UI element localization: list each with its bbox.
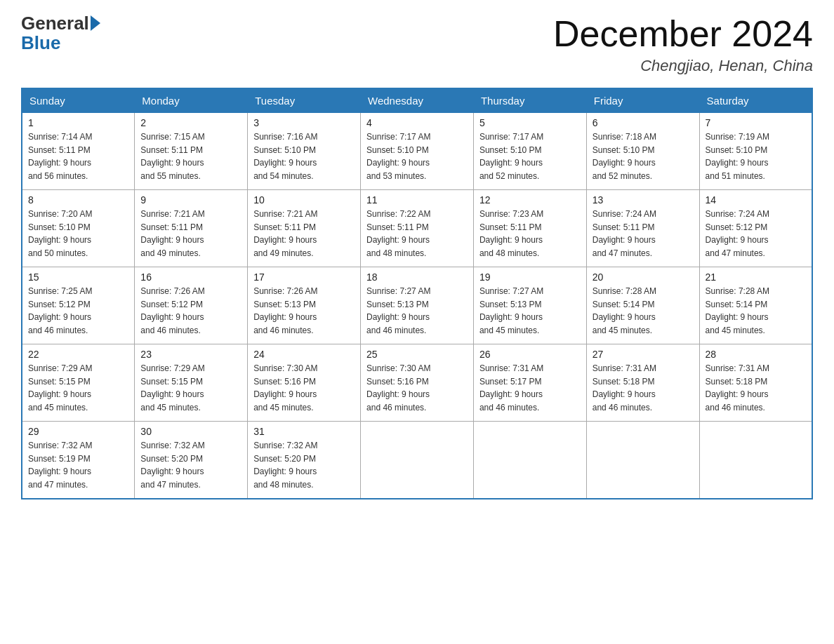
- calendar-body: 1Sunrise: 7:14 AMSunset: 5:11 PMDaylight…: [22, 113, 812, 499]
- header-tuesday: Tuesday: [248, 88, 361, 113]
- day-cell: 28Sunrise: 7:31 AMSunset: 5:18 PMDayligh…: [699, 344, 812, 422]
- day-info: Sunrise: 7:23 AMSunset: 5:11 PMDaylight:…: [479, 208, 581, 260]
- day-number: 19: [479, 271, 581, 283]
- day-cell: [473, 422, 586, 499]
- day-number: 4: [366, 117, 468, 128]
- day-number: 31: [253, 426, 355, 437]
- day-info: Sunrise: 7:21 AMSunset: 5:11 PMDaylight:…: [140, 208, 241, 260]
- day-cell: 3Sunrise: 7:16 AMSunset: 5:10 PMDaylight…: [248, 113, 361, 190]
- day-number: 28: [706, 349, 806, 360]
- logo-arrow-icon: [91, 15, 100, 31]
- day-info: Sunrise: 7:28 AMSunset: 5:14 PMDaylight:…: [706, 285, 806, 337]
- day-cell: 25Sunrise: 7:30 AMSunset: 5:16 PMDayligh…: [361, 344, 474, 422]
- day-info: Sunrise: 7:21 AMSunset: 5:11 PMDaylight:…: [253, 208, 355, 260]
- day-cell: 26Sunrise: 7:31 AMSunset: 5:17 PMDayligh…: [473, 344, 586, 422]
- day-info: Sunrise: 7:17 AMSunset: 5:10 PMDaylight:…: [479, 130, 581, 182]
- day-cell: 21Sunrise: 7:28 AMSunset: 5:14 PMDayligh…: [699, 267, 812, 344]
- day-info: Sunrise: 7:24 AMSunset: 5:11 PMDaylight:…: [593, 208, 694, 260]
- logo-blue-text: Blue: [21, 32, 60, 54]
- day-number: 26: [479, 349, 581, 360]
- day-cell: 1Sunrise: 7:14 AMSunset: 5:11 PMDaylight…: [22, 113, 135, 190]
- header-row: SundayMondayTuesdayWednesdayThursdayFrid…: [22, 88, 812, 113]
- day-number: 2: [140, 117, 241, 128]
- day-cell: 20Sunrise: 7:28 AMSunset: 5:14 PMDayligh…: [586, 267, 699, 344]
- day-info: Sunrise: 7:17 AMSunset: 5:10 PMDaylight:…: [366, 130, 468, 182]
- day-cell: 24Sunrise: 7:30 AMSunset: 5:16 PMDayligh…: [248, 344, 361, 422]
- header-saturday: Saturday: [699, 88, 812, 113]
- day-info: Sunrise: 7:32 AMSunset: 5:20 PMDaylight:…: [140, 439, 241, 491]
- week-row-1: 1Sunrise: 7:14 AMSunset: 5:11 PMDaylight…: [22, 113, 812, 190]
- day-number: 9: [140, 194, 241, 206]
- week-row-2: 8Sunrise: 7:20 AMSunset: 5:10 PMDaylight…: [22, 190, 812, 267]
- day-cell: 11Sunrise: 7:22 AMSunset: 5:11 PMDayligh…: [361, 190, 474, 267]
- day-cell: 7Sunrise: 7:19 AMSunset: 5:10 PMDaylight…: [699, 113, 812, 190]
- header-thursday: Thursday: [473, 88, 586, 113]
- page-header: General Blue December 2024 Chengjiao, He…: [21, 14, 813, 75]
- day-info: Sunrise: 7:27 AMSunset: 5:13 PMDaylight:…: [366, 285, 468, 337]
- day-cell: 18Sunrise: 7:27 AMSunset: 5:13 PMDayligh…: [361, 267, 474, 344]
- day-info: Sunrise: 7:32 AMSunset: 5:20 PMDaylight:…: [253, 439, 355, 491]
- day-number: 14: [706, 194, 806, 206]
- day-number: 30: [140, 426, 241, 437]
- day-number: 25: [366, 349, 468, 360]
- calendar-table: SundayMondayTuesdayWednesdayThursdayFrid…: [21, 88, 813, 499]
- week-row-3: 15Sunrise: 7:25 AMSunset: 5:12 PMDayligh…: [22, 267, 812, 344]
- day-number: 6: [593, 117, 694, 128]
- day-info: Sunrise: 7:31 AMSunset: 5:17 PMDaylight:…: [479, 362, 581, 414]
- day-cell: 5Sunrise: 7:17 AMSunset: 5:10 PMDaylight…: [473, 113, 586, 190]
- calendar-header: SundayMondayTuesdayWednesdayThursdayFrid…: [22, 88, 812, 113]
- day-cell: [361, 422, 474, 499]
- day-number: 12: [479, 194, 581, 206]
- day-info: Sunrise: 7:30 AMSunset: 5:16 PMDaylight:…: [366, 362, 468, 414]
- header-wednesday: Wednesday: [361, 88, 474, 113]
- header-friday: Friday: [586, 88, 699, 113]
- header-monday: Monday: [135, 88, 248, 113]
- day-info: Sunrise: 7:31 AMSunset: 5:18 PMDaylight:…: [706, 362, 806, 414]
- day-cell: 13Sunrise: 7:24 AMSunset: 5:11 PMDayligh…: [586, 190, 699, 267]
- day-cell: 29Sunrise: 7:32 AMSunset: 5:19 PMDayligh…: [22, 422, 135, 499]
- header-sunday: Sunday: [22, 88, 135, 113]
- day-cell: 15Sunrise: 7:25 AMSunset: 5:12 PMDayligh…: [22, 267, 135, 344]
- day-cell: 19Sunrise: 7:27 AMSunset: 5:13 PMDayligh…: [473, 267, 586, 344]
- day-info: Sunrise: 7:26 AMSunset: 5:13 PMDaylight:…: [253, 285, 355, 337]
- day-info: Sunrise: 7:18 AMSunset: 5:10 PMDaylight:…: [593, 130, 694, 182]
- day-cell: 8Sunrise: 7:20 AMSunset: 5:10 PMDaylight…: [22, 190, 135, 267]
- day-cell: 30Sunrise: 7:32 AMSunset: 5:20 PMDayligh…: [135, 422, 248, 499]
- day-cell: 27Sunrise: 7:31 AMSunset: 5:18 PMDayligh…: [586, 344, 699, 422]
- day-cell: [586, 422, 699, 499]
- day-cell: 14Sunrise: 7:24 AMSunset: 5:12 PMDayligh…: [699, 190, 812, 267]
- day-cell: 17Sunrise: 7:26 AMSunset: 5:13 PMDayligh…: [248, 267, 361, 344]
- day-info: Sunrise: 7:22 AMSunset: 5:11 PMDaylight:…: [366, 208, 468, 260]
- day-number: 1: [28, 117, 128, 128]
- day-cell: 2Sunrise: 7:15 AMSunset: 5:11 PMDaylight…: [135, 113, 248, 190]
- day-info: Sunrise: 7:20 AMSunset: 5:10 PMDaylight:…: [28, 208, 128, 260]
- day-number: 23: [140, 349, 241, 360]
- day-info: Sunrise: 7:29 AMSunset: 5:15 PMDaylight:…: [28, 362, 128, 414]
- day-cell: 10Sunrise: 7:21 AMSunset: 5:11 PMDayligh…: [248, 190, 361, 267]
- week-row-5: 29Sunrise: 7:32 AMSunset: 5:19 PMDayligh…: [22, 422, 812, 499]
- month-title: December 2024: [553, 14, 813, 54]
- day-number: 3: [253, 117, 355, 128]
- day-info: Sunrise: 7:32 AMSunset: 5:19 PMDaylight:…: [28, 439, 128, 491]
- day-number: 22: [28, 349, 128, 360]
- day-number: 16: [140, 271, 241, 283]
- day-cell: 31Sunrise: 7:32 AMSunset: 5:20 PMDayligh…: [248, 422, 361, 499]
- title-block: December 2024 Chengjiao, Henan, China: [553, 14, 813, 75]
- day-number: 21: [706, 271, 806, 283]
- day-number: 24: [253, 349, 355, 360]
- day-info: Sunrise: 7:31 AMSunset: 5:18 PMDaylight:…: [593, 362, 694, 414]
- day-number: 8: [28, 194, 128, 206]
- day-info: Sunrise: 7:19 AMSunset: 5:10 PMDaylight:…: [706, 130, 806, 182]
- day-number: 27: [593, 349, 694, 360]
- day-number: 20: [593, 271, 694, 283]
- logo: General Blue: [21, 14, 102, 54]
- day-info: Sunrise: 7:27 AMSunset: 5:13 PMDaylight:…: [479, 285, 581, 337]
- day-number: 13: [593, 194, 694, 206]
- day-cell: 22Sunrise: 7:29 AMSunset: 5:15 PMDayligh…: [22, 344, 135, 422]
- day-number: 15: [28, 271, 128, 283]
- day-info: Sunrise: 7:26 AMSunset: 5:12 PMDaylight:…: [140, 285, 241, 337]
- day-cell: 6Sunrise: 7:18 AMSunset: 5:10 PMDaylight…: [586, 113, 699, 190]
- day-number: 5: [479, 117, 581, 128]
- day-info: Sunrise: 7:29 AMSunset: 5:15 PMDaylight:…: [140, 362, 241, 414]
- day-cell: 9Sunrise: 7:21 AMSunset: 5:11 PMDaylight…: [135, 190, 248, 267]
